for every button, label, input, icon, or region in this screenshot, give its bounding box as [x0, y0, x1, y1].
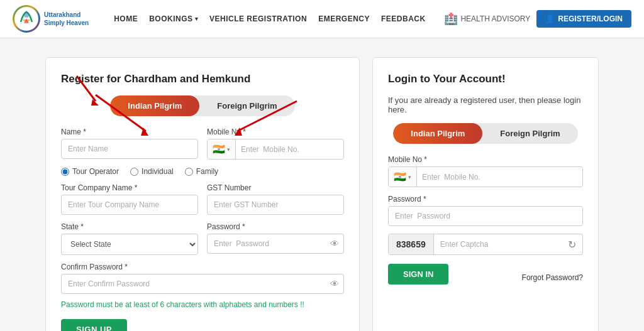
login-panel: Login to Your Account! If you are alread…	[372, 57, 599, 331]
state-select[interactable]: Select State	[61, 234, 198, 255]
foreign-pilgrim-register-button[interactable]: Foreign Pilgrim	[199, 95, 294, 116]
mobile-input[interactable]	[236, 140, 343, 159]
login-mobile-wrap: 🇮🇳 ▾	[388, 166, 583, 187]
login-password-group: Password *	[388, 195, 583, 226]
login-password-label: Password *	[388, 195, 583, 203]
confirm-password-label: Confirm Password *	[61, 263, 344, 271]
name-group: Name *	[61, 128, 198, 160]
india-flag-icon: 🇮🇳	[213, 143, 225, 155]
mobile-group: Mobile No * 🇮🇳 ▾	[207, 128, 344, 160]
login-password-input[interactable]	[388, 206, 583, 226]
login-flag-selector[interactable]: 🇮🇳 ▾	[389, 167, 417, 187]
nav-links: HOME BOOKINGS ▾ VEHICLE REGISTRATION EME…	[114, 14, 425, 23]
confirm-password-group: Confirm Password * 👁	[61, 263, 344, 294]
state-label: State *	[61, 222, 198, 231]
captcha-input[interactable]	[434, 235, 562, 254]
nav-right: 🏥 HEALTH ADVISORY 👤 REGISTER/LOGIN	[444, 10, 631, 28]
nav-emergency[interactable]: EMERGENCY	[318, 14, 370, 23]
login-mobile-input[interactable]	[417, 168, 582, 187]
svg-point-1	[24, 13, 29, 18]
register-title: Register for Chardham and Hemkund	[61, 73, 344, 85]
confirm-password-input[interactable]	[61, 274, 344, 294]
login-mobile-group: Mobile No * 🇮🇳 ▾	[388, 155, 583, 187]
nav-feedback[interactable]: FEEDBACK	[381, 14, 426, 23]
name-input[interactable]	[61, 139, 198, 159]
password-wrap: 👁	[207, 234, 344, 254]
password-label: Password *	[207, 222, 344, 231]
tour-company-group: Tour Company Name *	[61, 183, 198, 215]
signin-button[interactable]: SIGN IN	[388, 264, 448, 285]
state-group: State * Select State	[61, 222, 198, 255]
mobile-label: Mobile No *	[207, 128, 344, 136]
refresh-icon[interactable]: ↻	[562, 239, 582, 251]
login-title: Login to Your Account!	[388, 73, 583, 85]
password-input[interactable]	[207, 234, 344, 254]
forgot-password-link[interactable]: Forgot Password?	[522, 273, 583, 282]
tour-company-input[interactable]	[61, 195, 198, 215]
password-hint: Password must be at least of 6 character…	[61, 300, 344, 309]
mobile-input-wrap: 🇮🇳 ▾	[207, 139, 344, 160]
login-toggle: Indian Pilgrim Foreign Pilgrim	[393, 123, 577, 144]
radio-group: Tour Operator Individual Family	[61, 167, 344, 176]
individual-radio[interactable]: Individual	[130, 167, 174, 176]
signup-button[interactable]: SIGN UP	[61, 319, 127, 331]
login-mobile-label: Mobile No *	[388, 155, 583, 164]
gst-input[interactable]	[207, 195, 344, 215]
register-panel: Register for Chardham and Hemkund Indian…	[45, 57, 360, 331]
foreign-pilgrim-login-button[interactable]: Foreign Pilgrim	[482, 123, 577, 144]
flag-chevron-icon: ▾	[227, 146, 230, 153]
family-radio[interactable]: Family	[185, 167, 218, 176]
tour-operator-radio[interactable]: Tour Operator	[61, 167, 119, 176]
confirm-eye-icon[interactable]: 👁	[330, 279, 339, 289]
indian-pilgrim-register-button[interactable]: Indian Pilgrim	[110, 95, 199, 116]
company-gst-row: Tour Company Name * GST Number	[61, 183, 344, 215]
name-mobile-row: Name * Mobile No * 🇮🇳 ▾	[61, 128, 344, 160]
name-label: Name *	[61, 128, 198, 136]
nav-vehicle-reg[interactable]: VEHICLE REGISTRATION	[209, 14, 307, 23]
navbar: Uttarakhand Simply Heaven HOME BOOKINGS …	[0, 0, 644, 38]
user-icon: 👤	[545, 14, 555, 23]
nav-home[interactable]: HOME	[114, 14, 138, 23]
password-group: Password * 👁	[207, 222, 344, 255]
tour-company-label: Tour Company Name *	[61, 183, 198, 192]
register-login-button[interactable]: 👤 REGISTER/LOGIN	[536, 10, 631, 28]
login-subtitle: If you are already a registered user, th…	[388, 95, 583, 114]
logo: Uttarakhand Simply Heaven	[13, 5, 89, 33]
register-toggle: Indian Pilgrim Foreign Pilgrim	[110, 95, 294, 116]
flag-selector[interactable]: 🇮🇳 ▾	[208, 139, 236, 159]
confirm-password-wrap: 👁	[61, 274, 344, 294]
captcha-wrap: 838659 ↻	[388, 234, 583, 255]
chevron-down-icon: ▾	[195, 16, 199, 22]
logo-text: Uttarakhand Simply Heaven	[44, 11, 89, 27]
logo-icon	[13, 5, 40, 33]
state-password-row: State * Select State Password * 👁	[61, 222, 344, 255]
login-india-flag-icon: 🇮🇳	[394, 171, 406, 183]
health-advisory: 🏥 HEALTH ADVISORY	[444, 12, 530, 26]
eye-icon[interactable]: 👁	[330, 239, 339, 249]
captcha-code: 838659	[389, 234, 434, 254]
login-flag-chevron-icon: ▾	[408, 174, 411, 180]
gst-group: GST Number	[207, 183, 344, 215]
main-content: Register for Chardham and Hemkund Indian…	[20, 38, 624, 331]
gst-label: GST Number	[207, 183, 344, 192]
nav-bookings[interactable]: BOOKINGS ▾	[149, 14, 198, 23]
signin-row: SIGN IN Forgot Password?	[388, 264, 583, 285]
indian-pilgrim-login-button[interactable]: Indian Pilgrim	[393, 123, 482, 144]
